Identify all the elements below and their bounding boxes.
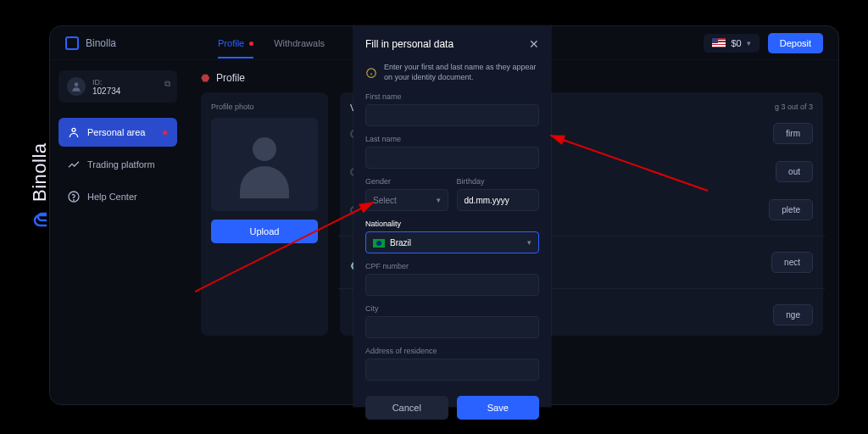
chart-icon [67, 158, 81, 171]
modal-notice: Enter your first and last name as they a… [365, 63, 539, 82]
alert-dot-icon [249, 42, 253, 46]
cancel-button[interactable]: Cancel [365, 396, 448, 420]
close-icon[interactable]: ✕ [529, 37, 539, 51]
shield-alert-icon: ⬣ [201, 72, 209, 84]
info-icon [365, 64, 377, 82]
personal-data-modal: Fill in personal data ✕ Enter your first… [353, 25, 551, 407]
tabs: Profile Withdrawals [218, 28, 325, 58]
logo[interactable]: Binolla [65, 36, 116, 50]
deposit-button[interactable]: Deposit [768, 33, 823, 53]
svg-point-3 [74, 200, 75, 201]
last-name-input[interactable] [365, 147, 539, 169]
user-icon [67, 125, 81, 139]
balance-display[interactable]: $0 ▾ [704, 34, 759, 53]
sidebar-item-trading[interactable]: Trading platform [58, 150, 177, 179]
birthday-input[interactable] [457, 189, 540, 211]
brazil-flag-icon [373, 239, 385, 248]
watermark: Binolla [29, 142, 51, 229]
step-button-2[interactable]: out [776, 161, 813, 182]
change-button[interactable]: nge [773, 304, 813, 326]
city-input[interactable] [365, 316, 539, 338]
sidebar-item-help[interactable]: Help Center [58, 182, 177, 211]
address-input[interactable] [365, 359, 539, 381]
cpf-input[interactable] [365, 274, 539, 296]
step-button-3[interactable]: plete [769, 199, 813, 220]
modal-title: Fill in personal data [365, 38, 453, 50]
chevron-down-icon: ▾ [527, 238, 531, 247]
svg-point-1 [72, 128, 75, 131]
chevron-down-icon: ▾ [437, 196, 441, 204]
svg-point-0 [75, 82, 79, 86]
sidebar-item-personal[interactable]: Personal area [58, 118, 177, 147]
nationality-select[interactable]: Brazil▾ [365, 231, 539, 253]
tab-withdrawals[interactable]: Withdrawals [274, 28, 325, 58]
brand-arches-icon [30, 209, 50, 229]
copy-icon[interactable]: ⧉ [164, 79, 170, 89]
avatar-icon [67, 77, 86, 96]
save-button[interactable]: Save [457, 396, 540, 420]
step-button-1[interactable]: firm [773, 123, 813, 144]
sidebar: ID:102734 ⧉ Personal area Trading platfo… [50, 60, 186, 404]
help-icon [67, 190, 81, 203]
gender-select[interactable]: Select▾ [365, 189, 448, 211]
profile-photo-placeholder [211, 118, 318, 211]
us-flag-icon [712, 38, 726, 47]
user-id-card: ID:102734 ⧉ [58, 70, 177, 103]
logo-icon [65, 36, 79, 50]
upload-button[interactable]: Upload [211, 220, 318, 243]
tab-profile[interactable]: Profile [218, 28, 253, 58]
connect-button[interactable]: nect [771, 252, 813, 273]
chevron-down-icon: ▾ [747, 39, 751, 47]
profile-photo-card: Profile photo Upload [201, 92, 328, 336]
first-name-input[interactable] [365, 104, 539, 126]
